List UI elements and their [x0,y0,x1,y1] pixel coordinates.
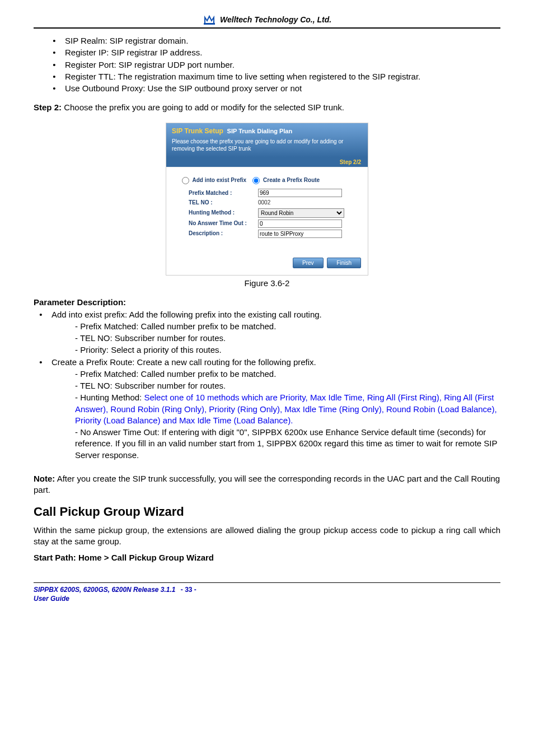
description-label: Description : [176,230,258,237]
figure-header: SIP Trunk Setup SIP Trunk Dialing Plan P… [166,123,368,157]
list-item: Register IP: SIP registrar IP address. [63,47,500,58]
note-paragraph: Note: After you create the SIP trunk suc… [34,473,500,496]
hunt-lead: Hunting Method: [80,393,144,402]
hunting-select[interactable]: Round Robin [258,208,344,218]
sub-list-item: No Answer Time Out: If entering with dig… [73,427,500,461]
figure-footer: Prev Finish [166,252,368,276]
sub-list-item: TEL NO: Subscriber number for routes. [73,380,500,391]
sub-list-item: Prefix Matched: Called number prefix to … [73,321,500,332]
radio-create-route-input[interactable] [252,177,260,184]
figure-body: Add into exist Prefix Create a Prefix Ro… [166,167,368,251]
figure-step-badge: Step 2/2 [166,157,368,167]
param-desc-heading: Parameter Description: [34,297,500,308]
step2-label: Step 2: [34,102,62,112]
hunting-label: Hunting Method : [176,209,258,217]
radio-add-exist-label: Add into exist Prefix [192,177,246,183]
step2-text: Choose the prefix you are going to add o… [62,102,344,112]
list-item: Add into exist prefix: Add the following… [49,309,500,356]
telno-label: TEL NO : [176,199,258,207]
sub-list-item: TEL NO: Subscriber number for routes. [73,333,500,344]
company-logo-icon [203,14,216,25]
radio-add-exist[interactable]: Add into exist Prefix [182,177,246,183]
list-item: Register TTL: The registration maximum t… [63,71,500,82]
figure-title: SIP Trunk Setup [172,127,223,135]
list-item: SIP Realm: SIP registrar domain. [63,35,500,46]
figure-caption: Figure 3.6-2 [34,278,500,289]
list-item: Use Outbound Proxy: Use the SIP outbound… [63,83,500,94]
step2-paragraph: Step 2: Choose the prefix you are going … [34,102,500,113]
figure-subtitle: SIP Trunk Dialing Plan [227,128,293,134]
definition-list: SIP Realm: SIP registrar domain. Registe… [34,35,500,94]
prev-button[interactable]: Prev [293,258,324,269]
sub-list-item: Hunting Method: Select one of 10 methods… [73,392,500,426]
radio-create-route[interactable]: Create a Prefix Route [252,177,320,183]
sub-list-item: Priority: Select a priority of this rout… [73,344,500,356]
footer-line2: User Guide [34,595,69,603]
figure-desc: Please choose the prefix you are going t… [172,138,362,153]
note-text: After you create the SIP trunk successfu… [34,474,500,494]
section-heading: Call Pickup Group Wizard [34,503,500,520]
note-label: Note: [34,474,55,483]
description-input[interactable] [258,230,342,238]
telno-value: 0002 [258,199,270,207]
page-number: - 33 - [181,586,196,594]
prefix-matched-label: Prefix Matched : [176,189,258,197]
create-route-text: Create a Prefix Route: Create a new call… [51,357,316,367]
sip-trunk-figure: SIP Trunk Setup SIP Trunk Dialing Plan P… [166,123,368,276]
radio-add-exist-input[interactable] [182,177,189,184]
list-item: Create a Prefix Route: Create a new call… [49,357,500,461]
sub-list-item: Prefix Matched: Called number prefix to … [73,368,500,380]
section-body: Within the same pickup group, the extens… [34,525,500,548]
finish-button[interactable]: Finish [327,258,361,269]
page-footer: SIPPBX 6200S, 6200GS, 6200N Release 3.1.… [34,585,500,603]
footer-line1: SIPPBX 6200S, 6200GS, 6200N Release 3.1.… [34,586,176,594]
prefix-matched-input[interactable] [258,189,342,197]
add-exist-text: Add into exist prefix: Add the following… [51,310,322,319]
list-item: Register Port: SIP registrar UDP port nu… [63,59,500,71]
noanswer-input[interactable] [258,220,342,228]
page-header: Welltech Technology Co., Ltd. [34,13,500,29]
svg-rect-0 [204,23,215,25]
footer-divider [34,582,500,583]
start-path: Start Path: Home > Call Pickup Group Wiz… [34,552,500,563]
radio-create-route-label: Create a Prefix Route [263,177,320,183]
radio-row: Add into exist Prefix Create a Prefix Ro… [182,176,358,184]
company-name: Welltech Technology Co., Ltd. [220,15,331,24]
noanswer-label: No Answer Time Out : [176,220,258,227]
